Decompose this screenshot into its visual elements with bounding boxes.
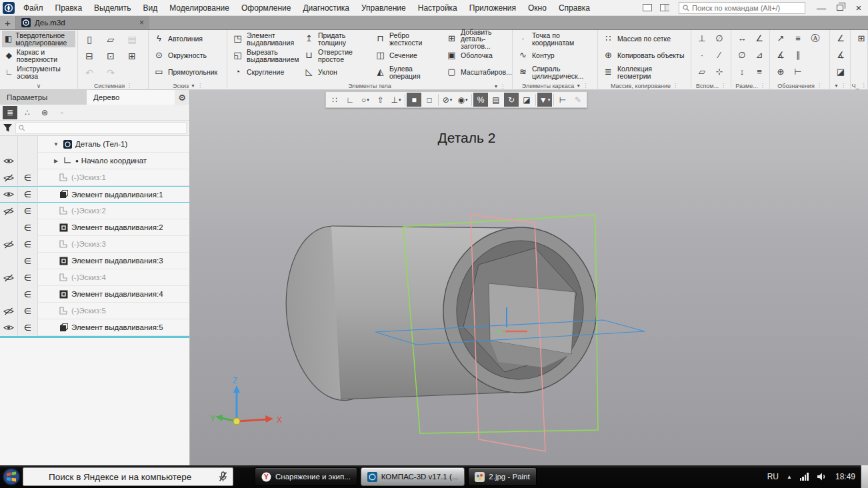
taskbar-yandex-browser-button[interactable]: Y Снаряжение и экип...: [255, 467, 357, 486]
dropdown-icon[interactable]: ▼: [576, 83, 581, 88]
divide-button[interactable]: %: [473, 93, 488, 107]
preview-button[interactable]: ⊡: [101, 48, 120, 63]
tree-row-sketch2[interactable]: ∈ (-)Эскиз:2: [0, 203, 189, 219]
scene-collection-button[interactable]: ◪: [519, 93, 534, 107]
microphone-muted-icon[interactable]: [219, 471, 227, 482]
dim-radial-icon[interactable]: ⊿: [751, 47, 768, 63]
annot-roughness-icon[interactable]: ∥: [789, 47, 807, 63]
visibility-cell[interactable]: [0, 269, 18, 286]
measure-button[interactable]: ⊢: [555, 93, 570, 107]
boolean-button[interactable]: ◭ Булева операция: [372, 64, 443, 81]
dropdown-icon[interactable]: ▼: [191, 83, 195, 88]
tree-row-sketch3[interactable]: ∈ (-)Эскиз:3: [0, 236, 189, 253]
ovf-icon-2[interactable]: ∡: [832, 47, 849, 63]
tree-search-box[interactable]: [15, 122, 187, 134]
membership-cell[interactable]: ∈: [18, 253, 38, 269]
membership-cell[interactable]: ∈: [18, 203, 38, 219]
app-logo-icon[interactable]: [0, 1, 17, 15]
rib-button[interactable]: ⊓ Ребро жесткости: [372, 31, 443, 47]
tree-row-extrude3[interactable]: ∈ Элемент выдавливания:3: [0, 253, 189, 269]
annot-label-icon[interactable]: Ⓐ: [807, 31, 824, 46]
grip-icon[interactable]: ⋮: [583, 83, 588, 89]
menu-layout[interactable]: Оформление: [235, 0, 297, 16]
contour-button[interactable]: ∿ Контур: [515, 47, 595, 64]
membership-cell[interactable]: ∈: [18, 169, 38, 186]
restore-button[interactable]: [831, 1, 849, 15]
dropdown-icon[interactable]: ▾: [367, 97, 369, 103]
menu-help[interactable]: Справка: [553, 0, 596, 16]
tree-search-input[interactable]: [27, 124, 183, 132]
visibility-cell[interactable]: [0, 303, 18, 319]
membership-cell[interactable]: ∈: [18, 186, 38, 203]
3d-viewport[interactable]: Z X Y Деталь 2 ∷ ∟ ○▾ ⇧ ⊥▾ ■ □ ⊘▾ ◉▾ %: [190, 90, 868, 465]
visibility-cell[interactable]: [0, 169, 18, 186]
aux-point-icon[interactable]: ∅: [711, 31, 728, 46]
tree-relations-button[interactable]: ⊛: [37, 106, 52, 119]
cylinder-body[interactable]: [278, 221, 603, 406]
grip-icon[interactable]: ⋮: [841, 83, 846, 89]
annot-tolerance-icon[interactable]: ⊢: [789, 64, 807, 79]
taskbar-kompas-button[interactable]: КОМПАС-3D v17.1 (...: [361, 467, 465, 486]
menu-settings[interactable]: Настройка: [412, 0, 463, 16]
section-button[interactable]: ◫ Сечение: [372, 47, 443, 64]
tree-row-extrude1[interactable]: ∈ Элемент выдавливания:1: [0, 186, 189, 203]
layout-split-icon[interactable]: [657, 3, 672, 13]
visibility-cell[interactable]: [0, 186, 18, 203]
redo-button[interactable]: ↷: [101, 65, 120, 80]
network-signal-icon[interactable]: [800, 473, 809, 481]
save-button[interactable]: ▤: [123, 31, 141, 47]
dropdown-icon[interactable]: ▾: [399, 97, 401, 103]
membership-cell[interactable]: ∈: [18, 219, 38, 236]
visibility-cell[interactable]: [0, 136, 18, 153]
grid-array-button[interactable]: ∷ Массив по сетке: [600, 31, 689, 47]
geometry-collection-button[interactable]: ≣ Коллекция геометрии: [600, 64, 689, 81]
display-wireframe-button[interactable]: □: [422, 93, 437, 107]
collapse-chevron-icon[interactable]: ∨: [37, 83, 41, 89]
annot-datum-icon[interactable]: ⊕: [772, 64, 789, 79]
point-by-coords-button[interactable]: ∙ Точка по координатам: [515, 31, 595, 47]
grip-icon[interactable]: ⋮: [673, 83, 678, 89]
toolbar-grip-icon[interactable]: ∷: [327, 93, 342, 107]
display-shaded-button[interactable]: ■: [407, 93, 421, 107]
membership-cell[interactable]: [18, 136, 38, 153]
menu-view[interactable]: Вид: [137, 0, 163, 16]
copy-objects-button[interactable]: ⊕ Копировать объекты: [600, 47, 689, 64]
dim-table-icon[interactable]: ≡: [751, 64, 768, 79]
visibility-cell[interactable]: [0, 153, 18, 169]
tree-structure-view-button[interactable]: ≣: [3, 106, 17, 119]
cut-extrude-button[interactable]: ◱ Вырезать выдавливанием: [229, 47, 301, 64]
filter-funnel-icon[interactable]: [3, 123, 13, 133]
tree-row-origin[interactable]: ▶ ● Начало координат: [0, 153, 189, 169]
show-desktop-button[interactable]: [861, 465, 868, 488]
tray-expand-icon[interactable]: ▲: [787, 474, 792, 480]
dropdown-icon[interactable]: ▾: [548, 97, 551, 103]
sketch-mode-button[interactable]: ∟: [343, 93, 357, 107]
dropdown-icon[interactable]: ▾: [465, 97, 468, 103]
visibility-cell[interactable]: [0, 236, 18, 253]
thicken-button[interactable]: ↥ Придать толщину: [301, 31, 372, 47]
volume-icon[interactable]: [817, 472, 827, 481]
scale-button[interactable]: ▢ Масштабиров...: [443, 64, 515, 81]
menu-file[interactable]: Файл: [17, 0, 49, 16]
new-document-button[interactable]: ▯: [80, 31, 99, 47]
membership-cell[interactable]: ∈: [18, 269, 38, 286]
undo-button[interactable]: ↶: [80, 65, 99, 80]
menu-edit[interactable]: Правка: [49, 0, 89, 16]
menu-window[interactable]: Окно: [522, 0, 553, 16]
expander-icon[interactable]: ▶: [53, 158, 59, 164]
layout-single-icon[interactable]: [640, 3, 655, 13]
grip-icon[interactable]: ⋮: [760, 83, 765, 89]
circle-button[interactable]: ⊙ Окружность: [151, 47, 225, 64]
open-document-button[interactable]: ▱: [101, 31, 120, 47]
taskbar-paint-button[interactable]: 2.jpg - Paint: [468, 467, 536, 486]
print-button[interactable]: ⊟: [80, 48, 99, 63]
grip-icon[interactable]: ⋮: [500, 83, 505, 89]
dim-linear-icon[interactable]: ↔: [733, 31, 751, 46]
draft-button[interactable]: ◺ Уклон: [301, 64, 372, 81]
fillet-button[interactable]: ◔ Скругление: [229, 64, 301, 81]
visibility-cell[interactable]: [0, 253, 18, 269]
tree-row-sketch4[interactable]: ∈ (-)Эскиз:4: [0, 269, 189, 286]
clip-button[interactable]: ▤: [489, 93, 503, 107]
grip-icon[interactable]: ⋮: [861, 83, 867, 89]
membership-cell[interactable]: ∈: [18, 236, 38, 253]
